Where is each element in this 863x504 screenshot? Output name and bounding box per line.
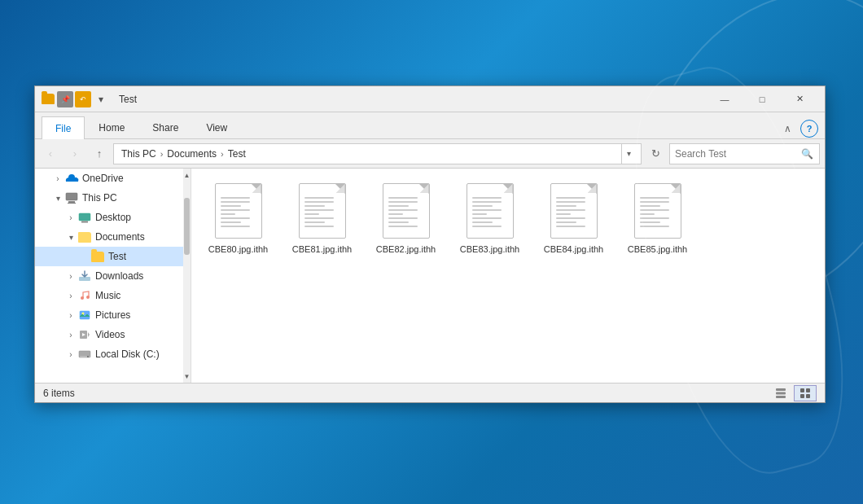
up-button[interactable]: ↑	[89, 143, 110, 164]
status-item-count: 6 items	[43, 388, 769, 399]
thispc-arrow: ▾	[51, 194, 64, 203]
list-view-icon	[775, 388, 786, 399]
window-controls: — □ ✕	[706, 86, 818, 112]
doc-line	[221, 197, 250, 199]
tile-view-button[interactable]	[794, 385, 817, 401]
file-item[interactable]: CBE84.jpg.ithh	[535, 177, 612, 260]
doc-lines	[472, 197, 502, 227]
svg-rect-4	[81, 221, 88, 222]
search-box[interactable]: 🔍	[669, 143, 820, 164]
doc-line	[221, 226, 250, 227]
back-button[interactable]: ‹	[40, 143, 61, 164]
breadcrumb-test[interactable]: Test	[226, 147, 248, 160]
window-folder-icon	[42, 94, 55, 105]
explorer-window: 📌 ↶ ▾ Test — □ ✕ File Home Share View ∧ …	[34, 85, 826, 403]
sidebar: › OneDrive ▾ This PC › Desktop	[35, 169, 191, 383]
scrollbar-thumb[interactable]	[184, 198, 190, 255]
qa-dropdown-icon[interactable]: ▾	[93, 91, 109, 107]
downloads-icon	[77, 270, 92, 283]
pictures-icon	[77, 309, 92, 322]
doc-line	[472, 226, 502, 227]
search-button[interactable]: 🔍	[800, 147, 814, 161]
ribbon-collapse-button[interactable]: ∧	[778, 119, 797, 138]
search-input[interactable]	[675, 148, 797, 160]
doc-line	[640, 201, 669, 203]
qa-undo-icon[interactable]: ↶	[75, 91, 91, 107]
sidebar-scrollbar[interactable]: ▲ ▼	[183, 169, 191, 383]
doc-line	[388, 201, 418, 203]
sidebar-item-documents[interactable]: ▾ Documents	[35, 227, 191, 247]
videos-icon	[77, 328, 92, 341]
doc-line	[556, 197, 585, 199]
svg-rect-18	[776, 396, 786, 398]
tab-home[interactable]: Home	[85, 116, 138, 138]
doc-line	[472, 205, 493, 207]
doc-line	[221, 221, 241, 223]
file-item[interactable]: CBE85.jpg.ithh	[619, 177, 696, 260]
doc-line	[472, 209, 502, 211]
sidebar-item-test[interactable]: Test	[35, 247, 191, 266]
doc-line	[388, 217, 418, 219]
breadcrumbs: This PC › Documents › Test	[119, 147, 248, 160]
scrollbar-down-arrow[interactable]: ▼	[183, 370, 191, 383]
downloads-arrow: ›	[64, 272, 77, 281]
forward-button[interactable]: ›	[64, 143, 85, 164]
quick-access-toolbar: 📌 ↶ ▾	[57, 91, 109, 107]
file-item[interactable]: CBE81.jpg.ithh	[283, 177, 361, 260]
sidebar-item-videos[interactable]: › Videos	[35, 325, 191, 344]
doc-line	[556, 201, 585, 203]
sidebar-label-downloads: Downloads	[95, 270, 143, 282]
file-name: CBE84.jpg.ithh	[544, 243, 603, 255]
doc-line	[304, 217, 334, 219]
minimize-button[interactable]: —	[706, 86, 743, 112]
scrollbar-up-arrow[interactable]: ▲	[183, 169, 191, 182]
file-item[interactable]: CBE82.jpg.ithh	[367, 177, 445, 260]
doc-line	[221, 217, 250, 219]
maximize-button[interactable]: □	[743, 86, 781, 112]
doc-line	[304, 226, 334, 227]
sidebar-label-pictures: Pictures	[95, 309, 130, 321]
scrollbar-track[interactable]	[183, 182, 191, 370]
file-icon	[632, 182, 684, 240]
sidebar-item-desktop[interactable]: › Desktop	[35, 208, 191, 227]
svg-rect-17	[776, 392, 786, 394]
qa-pin-icon[interactable]: 📌	[57, 91, 73, 107]
sidebar-item-thispc[interactable]: ▾ This PC	[35, 188, 191, 208]
sidebar-item-onedrive[interactable]: › OneDrive	[35, 169, 191, 188]
list-view-button[interactable]	[769, 385, 792, 401]
tab-file[interactable]: File	[42, 116, 85, 139]
file-item[interactable]: CBE83.jpg.ithh	[451, 177, 528, 260]
doc-line	[640, 205, 660, 207]
doc-line	[556, 226, 585, 227]
refresh-button[interactable]: ↻	[645, 143, 666, 164]
document-icon	[467, 183, 514, 239]
breadcrumb-documents[interactable]: Documents	[164, 147, 219, 160]
help-button[interactable]: ?	[800, 120, 818, 138]
sidebar-item-downloads[interactable]: › Downloads	[35, 266, 191, 286]
doc-line	[388, 213, 403, 215]
address-input[interactable]: This PC › Documents › Test ▾	[113, 143, 642, 164]
doc-line	[556, 205, 576, 207]
document-icon	[634, 183, 681, 239]
tab-view[interactable]: View	[192, 116, 241, 138]
sidebar-label-thispc: This PC	[82, 192, 117, 204]
file-item[interactable]: CBE80.jpg.ithh	[199, 177, 277, 260]
sidebar-label-videos: Videos	[95, 329, 125, 340]
doc-lines	[556, 197, 585, 227]
sidebar-label-onedrive: OneDrive	[82, 173, 124, 184]
address-dropdown-button[interactable]: ▾	[621, 143, 636, 164]
doc-line	[221, 205, 241, 207]
tab-share[interactable]: Share	[138, 116, 192, 138]
file-icon	[212, 182, 265, 240]
close-button[interactable]: ✕	[781, 86, 818, 112]
sidebar-item-localdisk[interactable]: › Local Disk (C:)	[35, 344, 191, 364]
doc-line	[221, 209, 250, 211]
document-icon	[383, 183, 430, 239]
breadcrumb-this-pc[interactable]: This PC	[119, 147, 159, 160]
documents-arrow: ▾	[64, 233, 77, 242]
sidebar-label-desktop: Desktop	[95, 212, 131, 223]
sidebar-item-music[interactable]: › Music	[35, 286, 191, 305]
sidebar-item-pictures[interactable]: › Pictures	[35, 305, 191, 325]
tile-view-icon	[799, 388, 811, 399]
file-area: CBE80.jpg.ithh	[191, 169, 825, 383]
